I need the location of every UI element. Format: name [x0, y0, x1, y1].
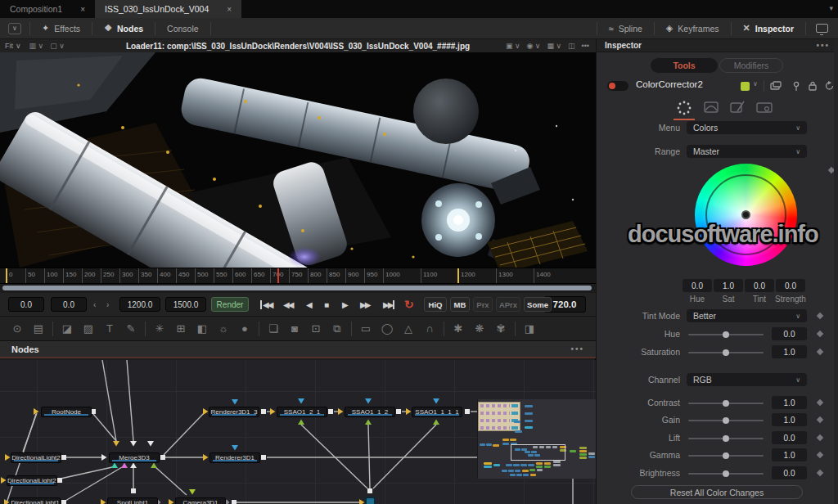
output-port[interactable] — [396, 409, 401, 414]
timeline-scrollbar[interactable] — [2, 286, 592, 290]
ranges-page-icon[interactable] — [703, 100, 719, 115]
input-port[interactable] — [130, 463, 137, 469]
correction-page-icon[interactable] — [729, 100, 746, 115]
render-button[interactable]: Render — [211, 297, 249, 312]
input-port[interactable] — [111, 463, 118, 469]
input-port[interactable] — [203, 454, 209, 461]
dual-view-icon[interactable]: ◫ — [565, 42, 579, 50]
quality-some-button[interactable]: Some — [524, 297, 552, 312]
quality-aprx-button[interactable]: APrx — [496, 297, 520, 312]
brightness-value-field[interactable]: 0.0 — [772, 466, 807, 479]
toolbar-button-inspector[interactable]: ✕Inspector — [732, 18, 805, 38]
versions-icon[interactable] — [770, 81, 782, 91]
input-port[interactable] — [298, 420, 304, 425]
channel-dropdown[interactable]: RGB∨ — [687, 373, 807, 386]
output-port[interactable] — [232, 500, 237, 504]
input-port[interactable] — [365, 420, 372, 425]
value-field-tint[interactable]: 0.0 — [745, 279, 774, 292]
input-port[interactable] — [338, 408, 344, 415]
playhead[interactable] — [277, 268, 279, 284]
graph-node-directionallight1[interactable]: DirectionalLight1 — [10, 497, 61, 504]
colorcurves-tool-icon[interactable]: ⊞ — [170, 322, 191, 335]
value-field-hue[interactable]: 0.0 — [683, 279, 712, 292]
input-port[interactable] — [101, 454, 107, 461]
roi-icon[interactable]: ▣ ∨ — [502, 42, 524, 50]
input-port[interactable] — [147, 441, 154, 447]
transform-tool-icon[interactable]: ⧉ — [327, 322, 348, 335]
step-back-button[interactable]: ‹ — [93, 297, 96, 312]
modifier-diamond-icon[interactable] — [817, 416, 823, 423]
graph-navigator[interactable] — [477, 399, 596, 479]
close-icon[interactable]: × — [227, 5, 232, 14]
polygon-mask-tool-icon[interactable]: △ — [398, 322, 419, 335]
loop-button[interactable]: ↻ — [404, 296, 414, 313]
play-button[interactable]: ▶ — [342, 296, 347, 313]
stop-button[interactable]: ■ — [324, 296, 327, 313]
render-end-field[interactable]: 1500.0 — [165, 297, 206, 312]
input-port[interactable] — [298, 398, 304, 404]
paint-tool-icon[interactable]: ✎ — [120, 322, 142, 335]
hue-slider-handle[interactable] — [723, 331, 729, 338]
graph-node-camera3d1[interactable]: Camera3D1 — [175, 497, 226, 504]
input-port[interactable] — [232, 445, 238, 451]
modifier-diamond-icon[interactable] — [817, 313, 823, 319]
channel-view-icon[interactable]: ▢ ∨ — [47, 42, 68, 50]
color-wheel-handle[interactable] — [741, 210, 750, 219]
tab-iss-comp[interactable]: ISS_030_IssUnDock_V004 × — [95, 0, 241, 18]
modifier-diamond-icon[interactable] — [817, 434, 823, 441]
gain-slider-handle[interactable] — [723, 417, 729, 424]
modifier-diamond-icon[interactable] — [817, 399, 823, 406]
viewer-image[interactable] — [0, 52, 596, 268]
range-dropdown[interactable]: Master∨ — [687, 145, 807, 158]
graph-node-rootnode[interactable]: RootNode — [41, 407, 92, 417]
chevron-down-icon[interactable]: ▾ — [829, 4, 833, 12]
gamma-slider-handle[interactable] — [723, 452, 729, 459]
monitor-icon[interactable] — [816, 24, 828, 33]
contrast-slider-handle[interactable] — [723, 400, 729, 407]
ellipse-mask-tool-icon[interactable]: ◯ — [376, 322, 398, 335]
particle-emitter-tool-icon[interactable]: ✱ — [448, 322, 469, 335]
modifier-diamond-icon[interactable] — [817, 452, 823, 458]
fit-dropdown[interactable]: Fit ∨ — [0, 42, 26, 50]
bspline-mask-tool-icon[interactable]: ∩ — [419, 322, 440, 335]
background-tool-icon[interactable]: ◪ — [56, 322, 78, 335]
input-port[interactable] — [113, 441, 119, 447]
inspector-scrollbar[interactable] — [834, 39, 838, 504]
render-start-field[interactable]: 1200.0 — [119, 297, 160, 312]
saver-tool-icon[interactable]: ▤ — [28, 322, 49, 335]
graph-node-directionallight2-1[interactable]: DirectionalLight2_1 — [7, 475, 57, 486]
play-reverse-button[interactable]: ◀ — [306, 296, 311, 313]
text-tool-icon[interactable]: T — [99, 322, 120, 335]
fast-forward-button[interactable]: ▶▶ — [360, 296, 369, 313]
go-end-button[interactable]: ▶▶ — [383, 300, 394, 309]
loader-tool-icon[interactable]: ⊙ — [7, 322, 28, 335]
menu-dropdown[interactable]: Colors∨ — [687, 121, 807, 134]
tab-composition1[interactable]: Composition1 × — [0, 0, 95, 18]
collapse-toggle[interactable]: ∨ — [8, 23, 21, 34]
brightness-tool-icon[interactable]: ☼ — [213, 322, 234, 335]
gain-value-field[interactable]: 1.0 — [772, 413, 807, 426]
tint-mode-dropdown[interactable]: Better∨ — [687, 309, 807, 322]
pin-icon[interactable] — [791, 81, 801, 91]
color-page-icon[interactable] — [675, 100, 693, 116]
color-wheel[interactable] — [695, 164, 797, 266]
output-port[interactable] — [61, 500, 66, 504]
lift-slider-handle[interactable] — [723, 435, 729, 442]
input-port[interactable] — [151, 463, 157, 469]
toolbar-button-keyframes[interactable]: ◈Keyframes — [655, 18, 731, 38]
quality-prx-button[interactable]: Prx — [473, 297, 493, 312]
fast-rewind-button[interactable]: ◀◀ — [283, 296, 292, 313]
graph-node-ssao1-1-1-1[interactable]: SSAO1_1_1_1 — [412, 407, 462, 417]
input-port[interactable] — [169, 499, 174, 504]
toolbar-button-effects[interactable]: ✦Effects — [30, 18, 92, 38]
reset-all-color-changes-button[interactable]: Reset All Color Changes — [631, 485, 803, 499]
saturation-value-field[interactable]: 1.0 — [772, 345, 807, 358]
modifier-diamond-icon[interactable] — [817, 331, 823, 337]
colorcorrector-tool-icon[interactable]: ✳ — [149, 322, 170, 335]
output-port[interactable] — [367, 488, 372, 493]
saturation-slider-handle[interactable] — [723, 349, 729, 356]
input-port[interactable] — [101, 499, 106, 504]
close-icon[interactable]: × — [80, 5, 85, 14]
step-fwd-button[interactable]: › — [106, 297, 109, 312]
viewer-menu-icon[interactable]: ••• — [579, 42, 592, 50]
